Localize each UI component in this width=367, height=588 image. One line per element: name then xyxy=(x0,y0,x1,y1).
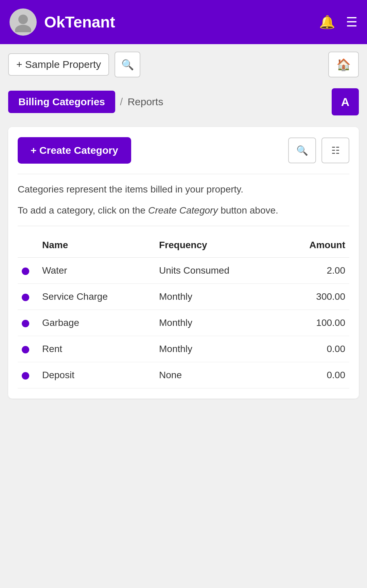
divider-middle xyxy=(18,226,349,226)
user-avatar-icon xyxy=(13,12,33,32)
table-row[interactable]: GarbageMonthly100.00 xyxy=(18,310,349,336)
row-amount: 100.00 xyxy=(279,310,349,336)
description-1: Categories represent the items billed in… xyxy=(18,182,349,197)
row-dot xyxy=(22,372,29,380)
description-2: To add a category, click on the Create C… xyxy=(18,203,349,218)
table-row[interactable]: WaterUnits Consumed2.00 xyxy=(18,258,349,284)
svg-point-1 xyxy=(15,25,31,32)
header-actions: 🔔 ☰ xyxy=(319,15,357,30)
avatar xyxy=(10,8,37,36)
desc-suffix: button above. xyxy=(218,205,278,216)
table-body: WaterUnits Consumed2.00Service ChargeMon… xyxy=(18,258,349,388)
row-frequency: Monthly xyxy=(155,310,279,336)
col-header-frequency: Frequency xyxy=(155,234,279,258)
home-icon: 🏠 xyxy=(336,58,351,71)
row-name: Water xyxy=(38,258,155,284)
row-frequency: Units Consumed xyxy=(155,258,279,284)
desc-italic: Create Category xyxy=(148,205,218,216)
row-dot xyxy=(22,294,29,301)
breadcrumb: Billing Categories / Reports A xyxy=(0,85,367,122)
list-view-button[interactable]: ☷ xyxy=(321,137,349,163)
breadcrumb-reports[interactable]: Reports xyxy=(127,96,163,108)
row-frequency: None xyxy=(155,362,279,388)
table-row[interactable]: RentMonthly0.00 xyxy=(18,336,349,362)
create-category-button[interactable]: + Create Category xyxy=(18,137,131,164)
list-icon: ☷ xyxy=(331,145,340,156)
bell-icon[interactable]: 🔔 xyxy=(319,15,335,30)
row-name: Deposit xyxy=(38,362,155,388)
divider-top xyxy=(18,174,349,174)
breadcrumb-billing-categories[interactable]: Billing Categories xyxy=(8,91,115,113)
search-icon-small: 🔍 xyxy=(121,59,134,71)
property-toolbar: + Sample Property 🔍 🏠 xyxy=(0,44,367,85)
home-button[interactable]: 🏠 xyxy=(328,52,359,77)
svg-point-0 xyxy=(18,15,28,24)
row-amount: 0.00 xyxy=(279,362,349,388)
row-dot xyxy=(22,320,29,327)
row-dot xyxy=(22,346,29,353)
row-amount: 300.00 xyxy=(279,284,349,310)
menu-icon[interactable]: ☰ xyxy=(346,15,357,30)
search-button-small[interactable]: 🔍 xyxy=(115,52,140,77)
search-icon: 🔍 xyxy=(296,145,308,156)
row-name: Service Charge xyxy=(38,284,155,310)
table-row[interactable]: DepositNone0.00 xyxy=(18,362,349,388)
table-header: NameFrequencyAmount xyxy=(18,234,349,258)
row-name: Garbage xyxy=(38,310,155,336)
row-amount: 2.00 xyxy=(279,258,349,284)
search-button[interactable]: 🔍 xyxy=(288,137,316,163)
col-header-name: Name xyxy=(38,234,155,258)
row-name: Rent xyxy=(38,336,155,362)
desc-prefix: To add a category, click on the xyxy=(18,205,148,216)
card-toolbar: + Create Category 🔍 ☷ xyxy=(18,137,349,164)
row-dot xyxy=(22,268,29,275)
property-selector[interactable]: + Sample Property xyxy=(8,53,109,76)
table-row[interactable]: Service ChargeMonthly300.00 xyxy=(18,284,349,310)
categories-table: NameFrequencyAmount WaterUnits Consumed2… xyxy=(18,234,349,388)
billing-categories-card: + Create Category 🔍 ☷ Categories represe… xyxy=(8,127,359,399)
col-header-amount: Amount xyxy=(279,234,349,258)
user-avatar-button[interactable]: A xyxy=(332,88,359,115)
breadcrumb-separator: / xyxy=(120,96,123,108)
app-title: OkTenant xyxy=(44,13,319,31)
app-header: OkTenant 🔔 ☰ xyxy=(0,0,367,44)
main-content: + Create Category 🔍 ☷ Categories represe… xyxy=(0,122,367,412)
row-amount: 0.00 xyxy=(279,336,349,362)
row-frequency: Monthly xyxy=(155,336,279,362)
row-frequency: Monthly xyxy=(155,284,279,310)
